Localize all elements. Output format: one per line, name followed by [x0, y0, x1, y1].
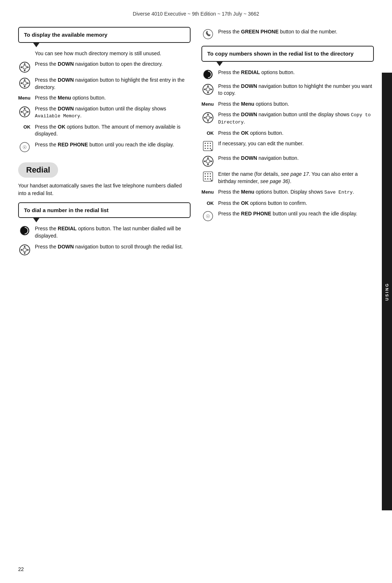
svg-marker-11	[27, 82, 29, 84]
list-item: Press the DOWN navigation button until t…	[201, 111, 374, 126]
redial-button-icon	[18, 226, 31, 235]
instr-text: Press the Menu options button.	[35, 94, 191, 102]
ok-label: OK	[201, 201, 215, 206]
svg-marker-55	[207, 164, 209, 166]
list-item: Menu Press the Menu options button.	[201, 101, 374, 108]
svg-rect-48	[205, 148, 206, 149]
instr-text: Press the DOWN navigation button to scro…	[35, 243, 191, 251]
instr-text: Press the DOWN navigation button to high…	[35, 77, 191, 91]
svg-marker-23	[24, 246, 26, 247]
svg-marker-54	[207, 157, 209, 159]
copy-redial-instructions: Press the REDIAL options button.	[201, 69, 374, 222]
instr-text: Press the REDIAL options button.	[218, 69, 374, 76]
redial-section: Redial Your handset automatically saves …	[18, 159, 191, 256]
redial-heading: Redial	[18, 162, 58, 178]
svg-marker-39	[204, 117, 205, 119]
instr-text: If necessary, you can edit the number.	[218, 140, 374, 147]
display-memory-title: To display the available memory	[24, 31, 185, 39]
svg-rect-59	[205, 173, 206, 174]
list-item: OK Press the OK options button.	[201, 130, 374, 137]
right-column: Press the GREEN PHONE button to dial the…	[201, 27, 374, 259]
copy-redial-title: To copy numbers shown in the redial list…	[207, 50, 368, 57]
svg-marker-37	[207, 113, 209, 115]
svg-marker-32	[207, 92, 209, 94]
svg-rect-43	[207, 143, 208, 144]
instr-text: Press the REDIAL options button. The las…	[35, 225, 191, 239]
list-item: ☉ Press the RED PHONE button until you r…	[201, 210, 374, 221]
page-number: 22	[18, 566, 24, 572]
dial-redial-box: To dial a number in the redial list	[18, 202, 191, 218]
svg-marker-31	[207, 85, 209, 87]
copy-redial-box: To copy numbers shown in the redial list…	[201, 46, 374, 62]
green-phone-icon	[201, 29, 215, 39]
instr-text: Press the OK options button. The amount …	[35, 124, 191, 138]
nav-down-icon	[18, 244, 31, 256]
svg-rect-50	[210, 148, 211, 149]
svg-marker-38	[207, 120, 209, 122]
list-item: Menu Press the Menu options button. Disp…	[201, 189, 374, 196]
nav-down-icon	[18, 77, 31, 89]
red-phone-icon: ☉	[18, 142, 31, 152]
list-item: Press the DOWN navigation button.	[201, 155, 374, 167]
svg-text:☉: ☉	[206, 214, 210, 219]
svg-rect-65	[205, 178, 206, 179]
menu-label: Menu	[18, 95, 31, 101]
instr-text: Press the DOWN navigation button to high…	[218, 83, 374, 97]
list-item: You can see how much directory memory is…	[18, 50, 191, 57]
list-item: If necessary, you can edit the number.	[201, 140, 374, 151]
svg-rect-61	[210, 173, 211, 174]
menu-label: Menu	[201, 101, 215, 107]
redial-intro: Your handset automatically saves the las…	[18, 182, 191, 197]
svg-point-22	[23, 248, 26, 252]
list-item: OK Press the OK options button. The amou…	[18, 124, 191, 138]
list-item: Press the DOWN navigation button to high…	[201, 83, 374, 97]
svg-marker-26	[27, 249, 29, 251]
menu-label: Menu	[201, 189, 215, 195]
svg-marker-3	[24, 70, 26, 72]
dial-redial-title: To dial a number in the redial list	[24, 207, 185, 214]
keypad-icon	[201, 171, 215, 182]
svg-point-1	[23, 65, 26, 69]
list-item: Press the DOWN navigation button until t…	[18, 105, 191, 120]
redial-button-icon	[201, 70, 215, 79]
instr-text: You can see how much directory memory is…	[35, 50, 191, 57]
ok-label: OK	[201, 130, 215, 136]
svg-marker-33	[204, 88, 205, 90]
svg-rect-66	[207, 178, 208, 179]
instr-text: Press the OK options button to confirm.	[218, 200, 374, 207]
svg-text:☉: ☉	[23, 145, 27, 150]
svg-rect-60	[207, 173, 208, 174]
svg-point-30	[206, 88, 210, 91]
svg-rect-62	[205, 176, 206, 177]
instr-text: Enter the name (for details, see page 17…	[218, 171, 374, 185]
sidebar-using: USING	[382, 73, 392, 510]
sidebar-label: USING	[385, 283, 389, 301]
list-item: OK Press the OK options button to confir…	[201, 200, 374, 207]
svg-marker-14	[24, 108, 26, 109]
list-item: Menu Press the Menu options button.	[18, 94, 191, 102]
svg-marker-40	[211, 117, 212, 119]
instr-text: Press the RED PHONE button until you rea…	[35, 141, 191, 149]
green-phone-text: Press the GREEN PHONE button to dial the…	[218, 28, 374, 36]
svg-rect-49	[207, 148, 208, 149]
display-memory-instructions: You can see how much directory memory is…	[18, 50, 191, 152]
svg-marker-16	[20, 111, 22, 113]
svg-rect-44	[210, 143, 211, 144]
svg-marker-24	[24, 252, 26, 254]
header-title: Diverse 4010 Executive ~ 9th Edition ~ 1…	[133, 11, 259, 17]
svg-rect-63	[207, 176, 208, 177]
svg-point-7	[23, 81, 26, 85]
nav-down-icon	[201, 84, 215, 95]
svg-marker-5	[27, 66, 29, 68]
page: Diverse 4010 Executive ~ 9th Edition ~ 1…	[0, 0, 392, 583]
svg-rect-46	[207, 145, 208, 146]
instr-text: Press the DOWN navigation button until t…	[218, 111, 374, 126]
svg-marker-57	[211, 160, 212, 162]
nav-down-icon	[201, 155, 215, 167]
list-item: Press the REDIAL options button. The las…	[18, 225, 191, 239]
svg-marker-56	[204, 160, 205, 162]
nav-down-icon	[18, 61, 31, 73]
display-memory-box: To display the available memory	[18, 27, 191, 43]
instr-text: Press the DOWN navigation button.	[218, 155, 374, 162]
svg-rect-45	[205, 145, 206, 146]
